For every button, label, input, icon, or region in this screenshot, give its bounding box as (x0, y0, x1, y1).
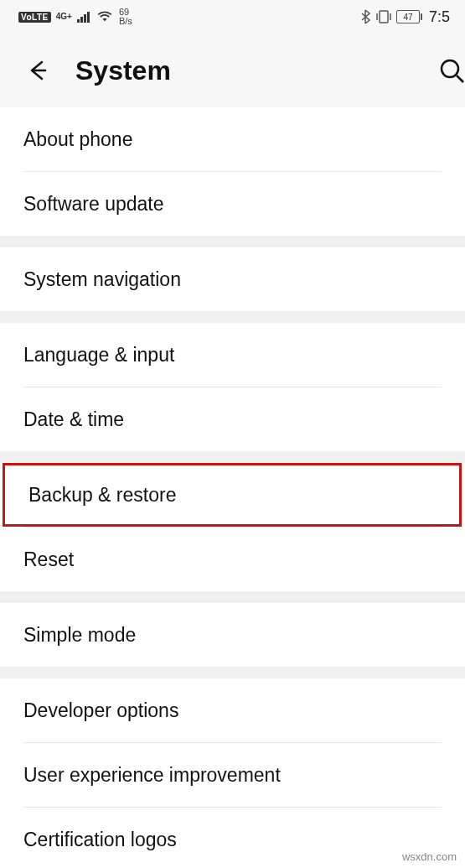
row-label: Developer options (23, 699, 178, 722)
page-header: System (0, 34, 465, 107)
row-label: User experience improvement (23, 764, 281, 787)
battery-indicator: 47 (396, 10, 422, 23)
section-about: About phone Software update (0, 107, 465, 236)
section-developer: Developer options User experience improv… (0, 678, 465, 868)
signal-icon (77, 11, 92, 23)
status-bar: VoLTE 4G+ 69 B/s 47 7:5 (0, 0, 465, 34)
status-left: VoLTE 4G+ 69 B/s (18, 8, 132, 26)
row-about-phone[interactable]: About phone (0, 107, 465, 171)
svg-point-7 (442, 60, 458, 77)
wifi-icon (97, 11, 112, 23)
row-label: Language & input (23, 344, 174, 366)
row-label: About phone (23, 128, 132, 151)
back-arrow-icon (25, 59, 49, 82)
section-backup: Backup & restore Reset (0, 463, 465, 591)
row-label: Software update (23, 193, 164, 216)
network-type-label: 4G+ (56, 13, 72, 21)
section-navigation: System navigation (0, 247, 465, 311)
vibrate-icon (375, 9, 392, 24)
section-simple-mode: Simple mode (0, 603, 465, 667)
bluetooth-icon (359, 9, 371, 24)
row-label: Simple mode (23, 624, 136, 647)
svg-line-8 (457, 75, 463, 82)
search-button[interactable] (438, 57, 465, 84)
clock: 7:5 (429, 8, 450, 26)
row-backup-restore[interactable]: Backup & restore (3, 463, 462, 527)
status-right: 47 7:5 (359, 8, 450, 26)
volte-badge: VoLTE (18, 12, 51, 23)
row-system-navigation[interactable]: System navigation (0, 247, 465, 311)
network-speed: 69 B/s (119, 8, 132, 26)
section-language: Language & input Date & time (0, 323, 465, 451)
row-reset[interactable]: Reset (0, 528, 465, 591)
svg-rect-1 (80, 17, 83, 23)
battery-tip (421, 13, 422, 20)
row-date-time[interactable]: Date & time (0, 387, 465, 451)
row-simple-mode[interactable]: Simple mode (0, 603, 465, 667)
svg-rect-4 (380, 11, 388, 23)
row-label: Certification logos (23, 829, 177, 851)
watermark: wsxdn.com (402, 850, 457, 863)
row-certification-logos[interactable]: Certification logos (0, 808, 465, 868)
speed-unit: B/s (119, 17, 132, 26)
page-title: System (75, 55, 171, 86)
row-developer-options[interactable]: Developer options (0, 678, 465, 742)
svg-rect-0 (77, 19, 80, 23)
svg-rect-3 (87, 12, 90, 23)
svg-rect-2 (84, 14, 86, 23)
back-button[interactable] (23, 57, 50, 84)
row-label: Date & time (23, 408, 124, 431)
search-icon (438, 57, 465, 84)
row-label: Backup & restore (28, 484, 176, 507)
battery-level: 47 (396, 10, 420, 23)
row-software-update[interactable]: Software update (0, 172, 465, 236)
row-label: Reset (23, 548, 74, 571)
row-label: System navigation (23, 268, 181, 291)
row-language-input[interactable]: Language & input (0, 323, 465, 387)
row-user-experience-improvement[interactable]: User experience improvement (0, 743, 465, 807)
